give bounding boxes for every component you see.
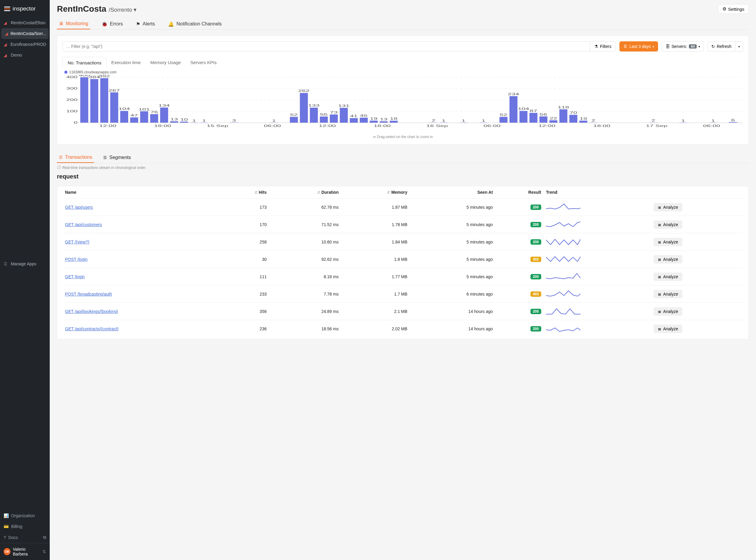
analyze-button[interactable]: ≣Analyze: [654, 220, 682, 229]
bars-icon: ≣: [658, 274, 661, 279]
bell-icon: 🔔: [168, 21, 174, 27]
svg-text:55: 55: [320, 113, 328, 116]
logo-icon: [4, 6, 10, 11]
analyze-button[interactable]: ≣Analyze: [654, 307, 682, 316]
table-row: GET /api/customers 170 71.52 ms 1.78 MB …: [63, 216, 743, 233]
svg-text:300: 300: [66, 87, 78, 90]
column-header[interactable]: Hits: [222, 186, 269, 199]
svg-text:70: 70: [570, 111, 577, 114]
bar-chart[interactable]: 0100200300400400384392267104471017613413…: [63, 75, 743, 132]
chart-tab[interactable]: No. Transactions: [63, 57, 107, 68]
nav-apps: ◢RentInCosta/Efisio◢RentInCosta/Sorr...◢…: [0, 17, 50, 258]
analyze-button[interactable]: ≣Analyze: [654, 238, 682, 246]
seen-cell: 14 hours ago: [410, 303, 495, 320]
svg-text:12:00: 12:00: [99, 124, 116, 127]
transaction-link[interactable]: GET /{view?}: [65, 240, 89, 244]
refresh-button[interactable]: ↻ Refresh: [708, 41, 735, 52]
sort-icon: [255, 190, 259, 195]
hits-cell: 173: [222, 199, 269, 216]
analyze-button[interactable]: ≣Analyze: [654, 290, 682, 298]
analyze-label: Analyze: [663, 257, 678, 262]
memory-cell: 1.7 MB: [341, 285, 410, 303]
sparkline: [546, 289, 580, 298]
svg-rect-28: [170, 121, 178, 123]
sidebar-app-item[interactable]: ◢Eurofinance/PROD: [0, 39, 50, 50]
manage-apps-link[interactable]: ☰ Manage Apps: [0, 258, 50, 269]
svg-text:16 Sep: 16 Sep: [426, 124, 448, 127]
column-header[interactable]: Memory: [341, 186, 410, 199]
brand-name: inspector: [13, 5, 36, 12]
transaction-link[interactable]: GET /api/customers: [65, 222, 102, 227]
analyze-button[interactable]: ≣Analyze: [654, 203, 682, 212]
refresh-options-button[interactable]: ▾: [735, 41, 743, 52]
svg-rect-20: [130, 117, 138, 123]
chart-hint: ⇔ Drag-select on the chart to zoom in: [63, 135, 743, 139]
analyze-button[interactable]: ≣Analyze: [654, 325, 682, 333]
refresh-button-group: ↻ Refresh ▾: [708, 41, 743, 52]
svg-rect-44: [310, 107, 318, 123]
sidebar-footer-item-org[interactable]: 📊Organization: [0, 510, 50, 521]
sidebar-footer-item-docs[interactable]: ?Docs⧉: [0, 532, 50, 543]
svg-rect-58: [380, 121, 388, 123]
trend-cell: [544, 233, 651, 251]
svg-text:73: 73: [330, 111, 338, 114]
table-row: GET /{view?} 258 10.60 ms 1.84 MB 5 minu…: [63, 233, 743, 251]
seen-cell: 5 minutes ago: [410, 233, 495, 251]
sidebar-app-item[interactable]: ◢RentInCosta/Efisio: [0, 17, 50, 28]
table-header-row: NameHitsDurationMemorySeen AtResultTrend: [63, 186, 743, 199]
org-icon: 📊: [4, 513, 9, 518]
transaction-link[interactable]: POST /broadcasting/auth: [65, 292, 112, 297]
table-body: GET /api/users 173 62.78 ms 1.87 MB 5 mi…: [63, 199, 743, 338]
duration-cell: 8.18 ms: [269, 268, 341, 285]
main-tab-monitoring[interactable]: 🖥Monitoring: [57, 19, 90, 29]
analyze-button[interactable]: ≣Analyze: [654, 255, 682, 263]
logo[interactable]: inspector: [0, 0, 50, 17]
filters-button[interactable]: ⚗ Filters: [590, 41, 616, 52]
svg-text:1: 1: [192, 119, 196, 122]
svg-rect-82: [559, 109, 568, 123]
svg-rect-70: [500, 117, 508, 123]
main-tab-alerts[interactable]: ⚑Alerts: [134, 19, 157, 29]
user-menu[interactable]: VB Valerio Barbera ⇅: [0, 543, 50, 560]
sidebar-app-label: RentInCosta/Efisio: [11, 20, 45, 25]
analyze-label: Analyze: [663, 326, 678, 331]
svg-text:1: 1: [711, 119, 715, 122]
column-header[interactable]: Duration: [269, 186, 341, 199]
transaction-link[interactable]: POST /login: [65, 257, 87, 262]
sort-icon: [387, 190, 391, 195]
svg-text:18: 18: [390, 117, 397, 120]
settings-button[interactable]: ⚙ Settings: [718, 4, 749, 14]
bars-icon: ≣: [658, 309, 661, 314]
sidebar-app-item[interactable]: ◢Demo: [0, 50, 50, 60]
chart-tab[interactable]: Memory Usage: [145, 57, 186, 68]
svg-text:134: 134: [158, 104, 170, 107]
project-subtitle-dropdown[interactable]: /Sorrento ▾: [109, 6, 137, 13]
section-tab-transactions[interactable]: ≣Transactions: [57, 152, 94, 163]
transaction-link[interactable]: GET /api/users: [65, 205, 93, 209]
transaction-link[interactable]: GET /api/bookings/{booking}: [65, 309, 118, 314]
table-row: GET /api/users 173 62.78 ms 1.87 MB 5 mi…: [63, 199, 743, 216]
duration-cell: 10.60 ms: [269, 233, 341, 251]
svg-text:41: 41: [350, 114, 357, 118]
main-tab-notification-channels[interactable]: 🔔Notification Channels: [166, 19, 223, 29]
servers-dropdown[interactable]: 🗄 Servers: All ▾: [662, 41, 704, 52]
filter-input[interactable]: [63, 41, 590, 52]
svg-text:262: 262: [298, 89, 310, 93]
analyze-label: Analyze: [663, 205, 678, 209]
memory-cell: 2.1 MB: [341, 303, 410, 320]
sidebar-footer-item-billing[interactable]: 💳Billing: [0, 521, 50, 532]
svg-text:1: 1: [202, 119, 206, 122]
analyze-button[interactable]: ≣Analyze: [654, 273, 682, 281]
main-tab-errors[interactable]: 🐞Errors: [100, 19, 125, 29]
transaction-link[interactable]: GET /login: [65, 274, 85, 279]
section-tab-segments[interactable]: ≣Segments: [101, 152, 133, 163]
trend-cell: [544, 268, 651, 285]
hits-cell: 356: [222, 303, 269, 320]
page-title: RentInCosta /Sorrento ▾: [57, 4, 137, 14]
timerange-dropdown[interactable]: 🗓 Last 3 days ▾: [619, 41, 658, 52]
chart-tab[interactable]: Execution time: [107, 57, 145, 68]
chart-tab[interactable]: Servers KPIs: [186, 57, 222, 68]
sidebar-app-item[interactable]: ◢RentInCosta/Sorr...: [1, 28, 48, 39]
avatar: VB: [4, 548, 11, 555]
transaction-link[interactable]: GET /api/contracts/{contract}: [65, 326, 119, 331]
